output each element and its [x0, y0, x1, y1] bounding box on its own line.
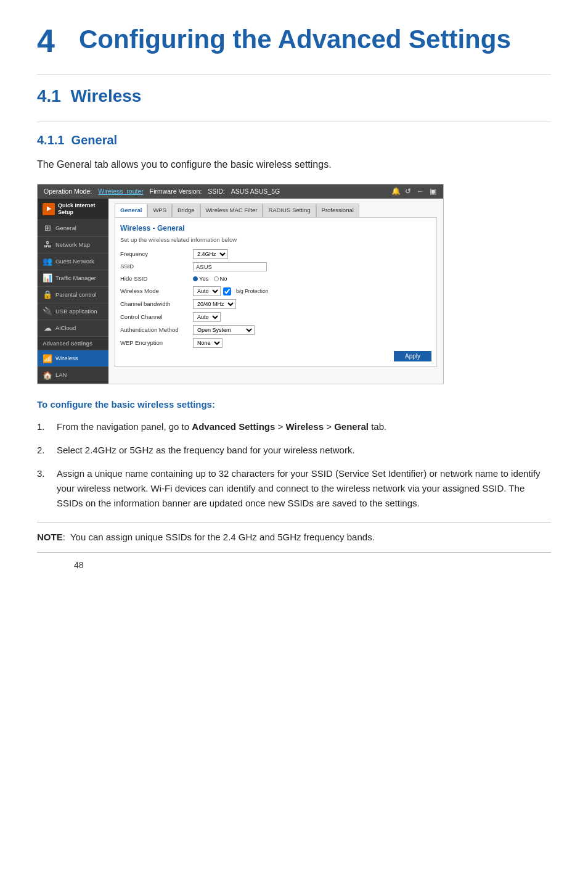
chapter-number: 4: [37, 25, 68, 57]
intro-text: The General tab allows you to configure …: [37, 157, 551, 173]
control-channel-row: Control Channel Auto: [120, 312, 431, 322]
page-number: 48: [74, 559, 588, 572]
general-icon: ⊞: [43, 223, 52, 233]
parental-control-icon: 🔒: [43, 290, 52, 300]
ssid-label: SSID:: [208, 187, 224, 197]
tab-wps[interactable]: WPS: [147, 204, 172, 217]
ssid-label: SSID: [120, 262, 188, 271]
hide-ssid-radio-group: Yes No: [193, 274, 227, 283]
hide-ssid-label: Hide SSID: [120, 274, 188, 283]
guest-network-icon: 👥: [43, 257, 52, 266]
sidebar-item-wireless[interactable]: 📶 Wireless: [38, 350, 108, 367]
control-channel-select[interactable]: Auto: [193, 312, 221, 322]
aicloud-icon: ☁: [43, 323, 52, 333]
frequency-row: Frequency 2.4GHz 5GHz: [120, 249, 431, 259]
advanced-settings-header: Advanced Settings: [38, 337, 108, 351]
topbar-icons: 🔔 ↺ ← ▣: [391, 187, 437, 196]
instruction-item-2: 2. Select 2.4GHz or 5GHz as the frequenc…: [37, 443, 551, 458]
radio-yes-dot: [193, 276, 198, 281]
tab-radius-setting[interactable]: RADIUS Setting: [263, 204, 316, 217]
wireless-mode-select[interactable]: Auto: [193, 286, 221, 296]
channel-bandwidth-select[interactable]: 20/40 MHz 20 MHz: [193, 299, 236, 309]
wireless-general-form: Wireless - General Set up the wireless r…: [115, 218, 437, 368]
router-tabs: General WPS Bridge Wireless MAC Filter R…: [115, 204, 437, 217]
instruction-item-1: 1. From the navigation panel, go to Adva…: [37, 419, 551, 434]
firmware-label: Firmware Version:: [150, 187, 202, 197]
note-label: NOTE: [37, 532, 63, 542]
frequency-label: Frequency: [120, 250, 188, 258]
bg-protection-checkbox[interactable]: [223, 287, 231, 295]
form-page-title: Wireless - General: [120, 223, 431, 234]
bg-protection-label: b/g Protection: [236, 287, 268, 295]
topbar-icon-back: ←: [416, 187, 425, 196]
chapter-heading: 4 Configuring the Advanced Settings: [37, 25, 551, 57]
wep-encryption-row: WEP Encryption None: [120, 338, 431, 348]
hide-ssid-no-option[interactable]: No: [214, 274, 227, 283]
section-divider-1: [37, 74, 551, 75]
traffic-manager-icon: 📊: [43, 273, 52, 283]
wireless-mode-row: Wireless Mode Auto b/g Protection: [120, 286, 431, 296]
network-map-icon: 🖧: [43, 240, 52, 250]
wireless-mode-controls: Auto b/g Protection: [193, 286, 268, 296]
wep-encryption-select[interactable]: None: [193, 338, 223, 348]
auth-method-label: Authentication Method: [120, 326, 188, 334]
instructions-list: 1. From the navigation panel, go to Adva…: [37, 419, 551, 511]
usb-application-icon: 🔌: [43, 307, 52, 316]
topbar-icon-bell: 🔔: [391, 187, 400, 196]
note-text: You can assign unique SSIDs for the 2.4 …: [70, 532, 375, 542]
lan-icon: 🏠: [43, 370, 52, 380]
topbar-icon-menu: ▣: [428, 187, 437, 196]
router-logo-icon: ▶: [43, 203, 55, 215]
wireless-icon: 📶: [43, 353, 52, 363]
hide-ssid-yes-option[interactable]: Yes: [193, 274, 209, 283]
tab-wireless-mac-filter[interactable]: Wireless MAC Filter: [200, 204, 263, 217]
note-box: NOTE: You can assign unique SSIDs for th…: [37, 522, 551, 553]
sidebar-item-traffic-manager[interactable]: 📊 Traffic Manager: [38, 270, 108, 287]
sidebar-item-aicloud[interactable]: ☁ AiCloud: [38, 320, 108, 337]
router-content: General WPS Bridge Wireless MAC Filter R…: [108, 199, 443, 384]
frequency-select[interactable]: 2.4GHz 5GHz: [193, 249, 228, 259]
operation-mode-value: Wireless_router: [98, 187, 144, 197]
topbar-icon-refresh: ↺: [404, 187, 412, 196]
tab-bridge[interactable]: Bridge: [172, 204, 200, 217]
radio-no-dot: [214, 276, 219, 281]
sidebar-logo: ▶ Quick InternetSetup: [38, 199, 108, 220]
ssid-input[interactable]: [193, 262, 267, 271]
sidebar-logo-text: Quick InternetSetup: [58, 202, 96, 216]
section-411-heading: 4.1.1 General: [37, 131, 551, 149]
sidebar-item-parental-control[interactable]: 🔒 Parental control: [38, 287, 108, 303]
wep-encryption-label: WEP Encryption: [120, 339, 188, 347]
ssid-value: ASUS ASUS_5G: [231, 187, 280, 197]
router-topbar: Operation Mode: Wireless_router Firmware…: [38, 184, 443, 199]
sidebar-item-general[interactable]: ⊞ General: [38, 220, 108, 237]
sidebar-item-usb-application[interactable]: 🔌 USB application: [38, 303, 108, 320]
wireless-mode-label: Wireless Mode: [120, 287, 188, 295]
control-channel-label: Control Channel: [120, 313, 188, 321]
section-41-heading: 4.1 Wireless: [37, 83, 551, 109]
instruction-heading: To configure the basic wireless settings…: [37, 398, 551, 412]
channel-bandwidth-label: Channel bandwidth: [120, 300, 188, 308]
channel-bandwidth-row: Channel bandwidth 20/40 MHz 20 MHz: [120, 299, 431, 309]
tab-professional[interactable]: Professional: [316, 204, 359, 217]
instruction-item-3: 3. Assign a unique name containing up to…: [37, 466, 551, 511]
auth-method-select[interactable]: Open System: [193, 325, 255, 335]
sidebar-item-lan[interactable]: 🏠 LAN: [38, 367, 108, 384]
ssid-row: SSID: [120, 262, 431, 271]
sidebar-item-guest-network[interactable]: 👥 Guest Network: [38, 254, 108, 270]
operation-mode-label: Operation Mode:: [44, 187, 92, 197]
auth-method-row: Authentication Method Open System: [120, 325, 431, 335]
sidebar-item-network-map[interactable]: 🖧 Network Map: [38, 237, 108, 254]
router-sidebar: ▶ Quick InternetSetup ⊞ General 🖧 Networ…: [38, 199, 108, 384]
hide-ssid-row: Hide SSID Yes No: [120, 274, 431, 283]
chapter-title: Configuring the Advanced Settings: [79, 25, 511, 54]
form-page-subtitle: Set up the wireless related information …: [120, 236, 431, 244]
tab-general[interactable]: General: [115, 204, 147, 217]
router-ui-mockup: Operation Mode: Wireless_router Firmware…: [37, 184, 444, 385]
section-divider-2: [37, 122, 551, 122]
apply-button[interactable]: Apply: [394, 351, 431, 361]
router-main: ▶ Quick InternetSetup ⊞ General 🖧 Networ…: [38, 199, 443, 384]
